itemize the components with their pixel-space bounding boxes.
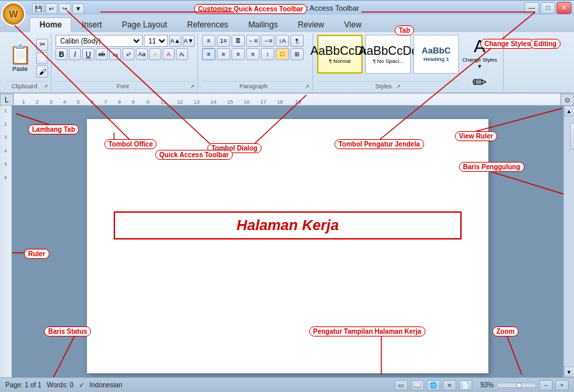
close-button[interactable]: ✕ (557, 2, 571, 14)
change-styles-label: Change Styles (462, 57, 497, 64)
change-styles-icon: A (474, 36, 485, 57)
ribbon-group-font: Calibri (Body) 11 A▲ A▼ B I U ab x₂ (53, 33, 198, 91)
qat-undo-button[interactable]: ↩ (45, 3, 58, 14)
align-center-button[interactable]: ≡ (217, 48, 230, 60)
outline-button[interactable]: ≡ (443, 380, 456, 391)
para-row-1: ≡ 1≡ ≣ ←≡ →≡ ↕A ¶ (202, 35, 304, 47)
decrease-font-button[interactable]: A▼ (183, 35, 195, 47)
document-page[interactable]: Halaman Kerja (87, 119, 488, 373)
font-name-select[interactable]: Calibri (Body) (56, 35, 142, 47)
tab-view[interactable]: View (334, 17, 372, 32)
tab-mailings[interactable]: Mailings (238, 17, 288, 32)
tab-page-layout[interactable]: Page Layout (112, 17, 177, 32)
window-controls: — □ ✕ (524, 2, 571, 14)
paste-icon: 📋 (9, 43, 32, 66)
tab-review[interactable]: Review (288, 17, 334, 32)
strikethrough-button[interactable]: ab (96, 48, 108, 60)
ruler-mark-2: 2 (30, 99, 43, 105)
style-normal-button[interactable]: AaBbCcDc ¶ Normal (317, 35, 363, 74)
tab-home[interactable]: Home (29, 17, 72, 32)
ruler-mark-19: ·19 (288, 99, 306, 105)
increase-indent-button[interactable]: →≡ (261, 35, 274, 47)
v-ruler-1: 1 (5, 108, 7, 122)
print-layout-button[interactable]: ▭ (395, 380, 408, 391)
clear-formatting-button[interactable]: Aᵢ (176, 48, 188, 60)
vertical-scrollbar[interactable]: ▲ ▼ (563, 106, 574, 377)
ribbon-group-paragraph: ≡ 1≡ ≣ ←≡ →≡ ↕A ¶ ≡ ≡ ≡ ≡ ↕ □ (199, 33, 313, 91)
minimize-button[interactable]: — (524, 2, 539, 14)
title-bar: W 💾 ↩ ↪ ▼ Customize Quick Access Toolbar… (0, 0, 574, 15)
ribbon-content: 📋 Paste ✂ 📄 🖌 Clipboard ↗ (0, 32, 574, 92)
bold-button[interactable]: B (56, 48, 68, 60)
qat-redo-button[interactable]: ↪ (59, 3, 71, 14)
ruler-left-button[interactable]: L (0, 94, 13, 106)
change-styles-button[interactable]: A Change Styles ▼ (462, 36, 498, 70)
ruler-mark-1: 1 (17, 99, 30, 105)
increase-font-button[interactable]: A▲ (169, 35, 181, 47)
language[interactable]: Indonesian (90, 381, 122, 389)
paste-label: Paste (12, 66, 27, 72)
ruler-mark-4: 4 (58, 99, 71, 105)
style-no-spacing-button[interactable]: AaBbCcDc ¶ No Spaci... (365, 35, 411, 74)
justify-button[interactable]: ≡ (246, 48, 260, 60)
cut-button[interactable]: ✂ (36, 39, 48, 51)
paragraph-content: ≡ 1≡ ≣ ←≡ →≡ ↕A ¶ ≡ ≡ ≡ ≡ ↕ □ (202, 35, 304, 81)
tab-insert[interactable]: Insert (72, 17, 112, 32)
font-dialog-launcher[interactable]: ↗ (190, 84, 195, 90)
maximize-button[interactable]: □ (541, 2, 555, 14)
sort-button[interactable]: ↕A (276, 35, 289, 47)
copy-button[interactable]: 📄 (36, 52, 48, 64)
multilevel-button[interactable]: ≣ (231, 35, 245, 47)
editing-icon: ✏ (472, 72, 487, 93)
scroll-thumb[interactable] (570, 123, 575, 150)
word-count: Words: 0 (47, 381, 74, 389)
change-case-button[interactable]: Aa (136, 48, 148, 60)
text-highlight-button[interactable]: A (149, 48, 161, 60)
styles-dialog-launcher[interactable]: ↗ (396, 84, 401, 90)
qat-customize-button[interactable]: ▼ (72, 3, 84, 14)
style-heading1-button[interactable]: AaBbC Heading 1 (413, 35, 459, 74)
document-area[interactable]: Halaman Kerja (12, 106, 563, 377)
status-bar: Page: 1 of 1 Words: 0 ✓ Indonesian ▭ 📖 🌐… (0, 377, 574, 392)
ribbon: Home Insert Page Layout References Maili… (0, 15, 574, 94)
ruler-mark-7: 7 (99, 99, 112, 105)
font-color-button[interactable]: A (163, 48, 175, 60)
zoom-slider[interactable] (496, 383, 537, 388)
scroll-down-button[interactable]: ▼ (564, 367, 575, 377)
italic-button[interactable]: I (69, 48, 81, 60)
office-button[interactable]: W (1, 2, 25, 26)
shading-button[interactable]: □ (276, 48, 289, 60)
zoom-out-button[interactable]: − (539, 380, 553, 391)
ruler-mark-16: 16 (238, 99, 255, 105)
ruler-mark-11: 11 (155, 99, 172, 105)
tab-references[interactable]: References (177, 17, 238, 32)
font-row-1: Calibri (Body) 11 A▲ A▼ (56, 35, 195, 47)
align-left-button[interactable]: ≡ (202, 48, 215, 60)
ruler-mark-12: 12 (172, 99, 189, 105)
underline-button[interactable]: U (82, 48, 94, 60)
decrease-indent-button[interactable]: ←≡ (246, 35, 260, 47)
paste-button[interactable]: 📋 Paste (5, 42, 35, 74)
borders-button[interactable]: ⊞ (290, 48, 304, 60)
bullets-button[interactable]: ≡ (202, 35, 215, 47)
paragraph-dialog-launcher[interactable]: ↗ (305, 84, 310, 90)
qat-save-button[interactable]: 💾 (32, 3, 44, 14)
line-spacing-button[interactable]: ↕ (261, 48, 274, 60)
align-right-button[interactable]: ≡ (231, 48, 245, 60)
numbering-button[interactable]: 1≡ (217, 35, 230, 47)
full-reading-button[interactable]: 📖 (411, 380, 424, 391)
zoom-percent: 93% (480, 381, 494, 389)
subscript-button[interactable]: x₂ (109, 48, 121, 60)
superscript-button[interactable]: x² (122, 48, 134, 60)
scroll-up-button[interactable]: ▲ (564, 106, 575, 116)
draft-button[interactable]: 📄 (459, 380, 472, 391)
zoom-in-button[interactable]: + (555, 380, 569, 391)
font-size-select[interactable]: 11 (144, 35, 168, 47)
clipboard-dialog-launcher[interactable]: ↗ (43, 84, 48, 90)
format-painter-button[interactable]: 🖌 (36, 66, 48, 78)
show-hide-button[interactable]: ¶ (290, 35, 304, 47)
view-ruler-button[interactable]: ⊙ (561, 94, 574, 106)
change-styles-dropdown[interactable]: ▼ (477, 64, 482, 70)
office-button-icon: W (5, 5, 22, 23)
web-layout-button[interactable]: 🌐 (427, 380, 440, 391)
